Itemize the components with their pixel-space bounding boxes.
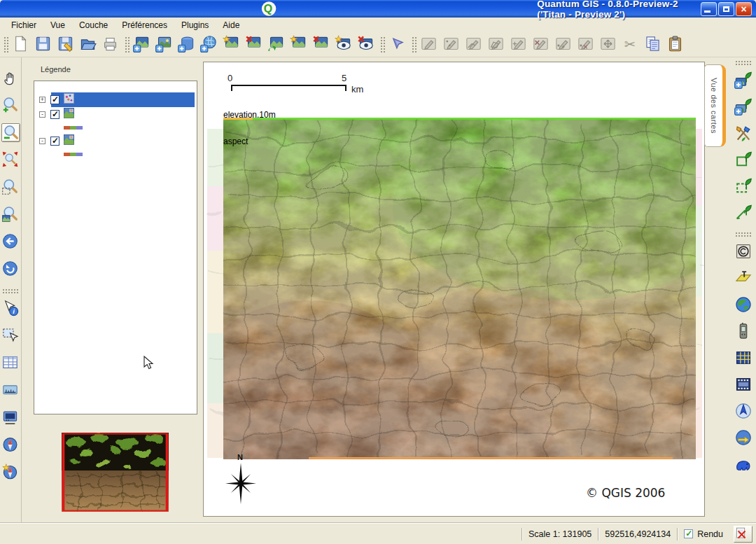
new-vector-layer-button[interactable]: ★ [223,35,242,55]
quick-print-button[interactable] [734,375,753,394]
copy-features-button[interactable] [644,35,664,55]
layer-row-aspect[interactable]: - aspect [34,134,197,148]
expander-icon[interactable]: + [39,97,46,103]
layer-checkbox[interactable] [50,137,59,146]
legend-panel[interactable]: + soils - elevation.10m - aspect [34,81,197,414]
zoom-previous-button[interactable] [1,232,20,251]
menu-vue[interactable]: Vue [43,18,72,32]
show-all-layers-button[interactable]: ★ [335,35,354,55]
add-grass-vector-layer-button[interactable] [734,71,753,90]
add-postgis-layer-button[interactable] [178,35,197,55]
restore-button[interactable] [718,2,734,16]
save-project-button[interactable] [34,35,54,55]
toolbar-grip[interactable] [412,36,416,53]
toolbar-grip[interactable] [2,288,19,293]
layer-row-elevation[interactable]: - elevation.10m [34,107,197,122]
toolbar-grip[interactable] [380,36,385,53]
add-grass-raster-layer-button[interactable] [734,97,753,116]
print-button[interactable] [102,35,121,55]
add-wms-layer-button[interactable] [200,35,220,55]
hide-all-layers-button[interactable] [357,35,377,55]
globe-plugin-button[interactable] [734,295,753,314]
paste-features-button[interactable] [666,35,686,55]
capture-line-button[interactable] [465,35,484,55]
remove-layer-button[interactable] [245,35,265,55]
zoom-in-button[interactable] [1,96,20,115]
render-checkbox[interactable] [684,529,693,538]
layer-row-soils[interactable]: + soils [34,92,197,107]
gps-tools-button[interactable] [734,322,753,341]
stop-render-button[interactable] [734,526,752,543]
menu-fichier[interactable]: Fichier [4,18,43,32]
graticule-creator-button[interactable] [734,349,753,368]
toolbar-grip[interactable] [735,60,752,65]
toolbar-grip[interactable] [125,36,130,53]
new-project-button[interactable] [12,35,31,55]
add-raster-layer-button[interactable] [155,35,175,55]
layer-checkbox[interactable] [50,95,59,104]
map-overview[interactable] [62,433,169,512]
toggle-editing-button[interactable] [420,35,440,55]
zoom-full-button[interactable] [1,151,20,169]
grass-edit-vector-button[interactable] [734,177,753,196]
layer-label[interactable]: elevation.10m [223,110,276,120]
add-vector-layer-button[interactable] [133,35,153,55]
zoom-out-button[interactable] [1,123,20,142]
close-button[interactable]: × [736,2,752,16]
expander-icon[interactable]: - [39,111,46,118]
cut-features-button[interactable]: ✂ [622,35,641,55]
north-arrow-button[interactable] [734,402,753,421]
menu-aide[interactable]: Aide [216,18,246,32]
layer-checkbox[interactable] [50,110,59,119]
add-all-to-overview-button[interactable] [267,35,287,55]
toolbar-grip[interactable] [4,36,8,53]
copyright-label-button[interactable] [734,242,753,261]
refresh-map-button[interactable] [1,260,20,279]
capture-point-button[interactable] [442,35,462,55]
save-project-as-button[interactable] [57,35,76,55]
overview-image [62,433,169,512]
hide-all-layers-icon [357,35,377,55]
select-features-button[interactable] [1,326,20,345]
pan-button[interactable] [1,69,20,88]
identify-button[interactable]: i [1,299,20,318]
delete-vertex-button[interactable] [577,35,596,55]
expander-icon[interactable]: - [39,138,46,144]
grass-region-button[interactable] [734,204,753,223]
move-feature-button[interactable] [510,35,529,55]
remove-from-overview-button[interactable] [312,35,332,55]
new-bookmark-button[interactable]: ★ [1,463,20,482]
delete-selected-button[interactable] [532,35,552,55]
grass-new-vector-button[interactable] [734,151,753,169]
toolbar-grip[interactable] [735,232,752,237]
show-bookmarks-button[interactable] [1,435,20,454]
georeferencer-button[interactable] [734,269,753,288]
open-project-button[interactable] [79,35,99,55]
menu-preferences[interactable]: Préférences [115,18,174,32]
spit-import-button[interactable] [734,455,753,474]
pan-icon [1,69,20,88]
zoom-full-icon [1,151,20,169]
map-canvas[interactable]: 0 5 km N © QGIS 2006 [203,62,705,517]
globe-icon [734,295,753,314]
measure-area-button[interactable] [1,408,20,427]
menu-plugins[interactable]: Plugins [174,18,216,32]
scale-bar-button[interactable] [734,428,753,447]
whats-this-button[interactable] [388,35,408,55]
minimize-button[interactable] [701,2,717,16]
open-attribute-table-button[interactable] [1,354,20,372]
menubar: Fichier Vue Couche Préférences Plugins A… [0,18,756,32]
zoom-to-layer-button[interactable] [1,205,20,224]
in-overview-button[interactable]: ★ [290,35,309,55]
layer-label[interactable]: soils [223,95,242,105]
zoom-to-selection-button[interactable] [1,178,20,197]
measure-line-button[interactable] [1,381,20,400]
tab-vue-des-cartes[interactable]: Vue des cartes [704,64,726,147]
add-vertex-button[interactable] [554,35,574,55]
move-vertex-button[interactable] [599,35,619,55]
menu-couche[interactable]: Couche [72,18,115,32]
move-vertex-icon [599,35,619,55]
capture-polygon-button[interactable] [487,35,507,55]
layer-label[interactable]: aspect [223,137,248,146]
grass-tools-button[interactable] [734,124,753,143]
